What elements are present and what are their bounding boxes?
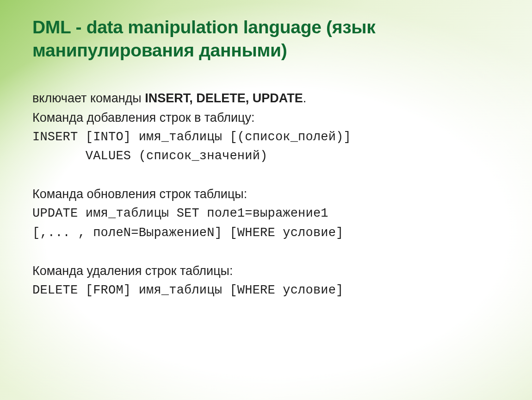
intro-suffix: . — [303, 91, 307, 105]
intro-prefix: включает команды — [32, 91, 145, 105]
delete-label: Команда удаления строк таблицы: — [32, 262, 500, 281]
update-label: Команда обновления строк таблицы: — [32, 185, 500, 204]
insert-label: Команда добавления строк в таблицу: — [32, 108, 500, 128]
spacer — [32, 166, 500, 185]
spacer — [32, 243, 500, 262]
update-code-line-2: [,... , полеN=ВыражениеN] [WHERE условие… — [32, 224, 500, 243]
insert-code-line-1: INSERT [INTO] имя_таблицы [(список_полей… — [32, 128, 500, 147]
delete-code-line-1: DELETE [FROM] имя_таблицы [WHERE условие… — [32, 281, 500, 300]
intro-line: включает команды INSERT, DELETE, UPDATE. — [32, 89, 500, 108]
slide: DML - data manipulation language (язык м… — [0, 0, 532, 400]
intro-commands: INSERT, DELETE, UPDATE — [145, 91, 303, 105]
insert-code-line-2: VALUES (список_значений) — [32, 147, 500, 166]
update-code-line-1: UPDATE имя_таблицы SET поле1=выражение1 — [32, 204, 500, 224]
slide-body: включает команды INSERT, DELETE, UPDATE.… — [32, 89, 500, 300]
slide-title: DML - data manipulation language (язык м… — [32, 16, 500, 62]
